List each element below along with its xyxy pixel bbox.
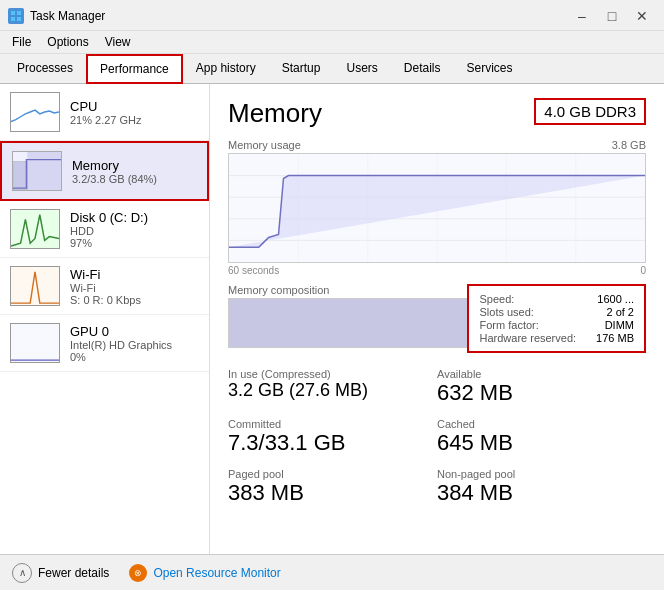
svg-rect-0 (11, 11, 15, 15)
sidebar-item-gpu[interactable]: GPU 0 Intel(R) HD Graphics 0% (0, 315, 209, 372)
sidebar-item-disk[interactable]: Disk 0 (C: D:) HDD 97% (0, 201, 209, 258)
close-button[interactable]: ✕ (628, 6, 656, 26)
speed-value: 1600 ... (597, 293, 634, 305)
panel-header: Memory 4.0 GB DDR3 (228, 98, 646, 129)
stats-grid: In use (Compressed) 3.2 GB (27.6 MB) Ava… (228, 362, 646, 512)
menu-bar: File Options View (0, 31, 664, 54)
tab-bar: Processes Performance App history Startu… (0, 54, 664, 84)
menu-view[interactable]: View (97, 33, 139, 51)
slots-value: 2 of 2 (606, 306, 634, 318)
cpu-detail: 21% 2.27 GHz (70, 114, 142, 126)
disk-usage: 97% (70, 237, 148, 249)
stat-in-use: In use (Compressed) 3.2 GB (27.6 MB) (228, 362, 437, 412)
maximize-button[interactable]: □ (598, 6, 626, 26)
svg-rect-6 (11, 210, 59, 248)
available-label: Available (437, 368, 646, 380)
chevron-up-icon: ∧ (12, 563, 32, 583)
committed-label: Committed (228, 418, 437, 430)
tab-startup[interactable]: Startup (269, 54, 334, 84)
panel-title: Memory (228, 98, 322, 129)
sidebar-item-memory[interactable]: Memory 3.2/3.8 GB (84%) (0, 141, 209, 201)
cpu-thumbnail (10, 92, 60, 132)
chart-label-row: Memory usage 3.8 GB (228, 139, 646, 153)
time-left-label: 60 seconds (228, 265, 279, 276)
minimize-button[interactable]: – (568, 6, 596, 26)
sidebar-item-cpu[interactable]: CPU 21% 2.27 GHz (0, 84, 209, 141)
stat-paged: Paged pool 383 MB (228, 462, 437, 512)
hw-row: Hardware reserved: 176 MB (479, 332, 634, 344)
memory-thumbnail (12, 151, 62, 191)
form-value: DIMM (605, 319, 634, 331)
open-resource-monitor-button[interactable]: ⊗ Open Resource Monitor (129, 564, 280, 582)
fewer-details-button[interactable]: ∧ Fewer details (12, 563, 109, 583)
slots-row: Slots used: 2 of 2 (479, 306, 634, 318)
disk-name: Disk 0 (C: D:) (70, 210, 148, 225)
memory-info-box: Speed: 1600 ... Slots used: 2 of 2 Form … (467, 284, 646, 353)
gpu-thumbnail (10, 323, 60, 363)
app-icon (8, 8, 24, 24)
hw-label: Hardware reserved: (479, 332, 576, 344)
speed-row: Speed: 1600 ... (479, 293, 634, 305)
menu-options[interactable]: Options (39, 33, 96, 51)
tab-users[interactable]: Users (333, 54, 390, 84)
time-right-label: 0 (640, 265, 646, 276)
gpu-usage: 0% (70, 351, 172, 363)
speed-label: Speed: (479, 293, 514, 305)
wifi-thumbnail (10, 266, 60, 306)
in-use-value: 3.2 GB (27.6 MB) (228, 380, 437, 401)
memory-type-badge: 4.0 GB DDR3 (534, 98, 646, 125)
resource-monitor-icon: ⊗ (129, 564, 147, 582)
stat-cached: Cached 645 MB (437, 412, 646, 462)
sidebar-item-wifi[interactable]: Wi-Fi Wi-Fi S: 0 R: 0 Kbps (0, 258, 209, 315)
svg-rect-1 (17, 11, 21, 15)
stat-nonpaged: Non-paged pool 384 MB (437, 462, 646, 512)
tab-processes[interactable]: Processes (4, 54, 86, 84)
cpu-name: CPU (70, 99, 142, 114)
hw-value: 176 MB (596, 332, 634, 344)
time-labels: 60 seconds 0 (228, 265, 646, 276)
sidebar: CPU 21% 2.27 GHz Memory 3.2/3.8 GB (84%) (0, 84, 210, 586)
form-label: Form factor: (479, 319, 538, 331)
title-bar-left: Task Manager (8, 8, 105, 24)
form-row: Form factor: DIMM (479, 319, 634, 331)
nonpaged-label: Non-paged pool (437, 468, 646, 480)
menu-file[interactable]: File (4, 33, 39, 51)
paged-label: Paged pool (228, 468, 437, 480)
wifi-type: Wi-Fi (70, 282, 141, 294)
wifi-speed: S: 0 R: 0 Kbps (70, 294, 141, 306)
gpu-name: GPU 0 (70, 324, 172, 339)
fewer-details-label: Fewer details (38, 566, 109, 580)
in-use-label: In use (Compressed) (228, 368, 437, 380)
svg-rect-5 (27, 152, 61, 190)
chart-max-label: 3.8 GB (612, 139, 646, 151)
tab-services[interactable]: Services (454, 54, 526, 84)
memory-detail: 3.2/3.8 GB (84%) (72, 173, 157, 185)
nonpaged-value: 384 MB (437, 480, 646, 506)
tab-performance[interactable]: Performance (86, 54, 183, 84)
tab-apphistory[interactable]: App history (183, 54, 269, 84)
svg-rect-3 (17, 17, 21, 21)
memory-name: Memory (72, 158, 157, 173)
main-content: CPU 21% 2.27 GHz Memory 3.2/3.8 GB (84%) (0, 84, 664, 586)
slots-label: Slots used: (479, 306, 533, 318)
cached-value: 645 MB (437, 430, 646, 456)
window-controls: – □ ✕ (568, 6, 656, 26)
svg-rect-4 (13, 162, 27, 191)
disk-thumbnail (10, 209, 60, 249)
stat-committed: Committed 7.3/33.1 GB (228, 412, 437, 462)
title-bar: Task Manager – □ ✕ (0, 0, 664, 31)
available-value: 632 MB (437, 380, 646, 406)
stat-available: Available 632 MB (437, 362, 646, 412)
cached-label: Cached (437, 418, 646, 430)
disk-type: HDD (70, 225, 148, 237)
gpu-model: Intel(R) HD Graphics (70, 339, 172, 351)
memory-usage-chart (228, 153, 646, 263)
svg-rect-2 (11, 17, 15, 21)
open-monitor-label: Open Resource Monitor (153, 566, 280, 580)
chart-label: Memory usage (228, 139, 301, 151)
committed-value: 7.3/33.1 GB (228, 430, 437, 456)
paged-value: 383 MB (228, 480, 437, 506)
right-panel: Memory 4.0 GB DDR3 Memory usage 3.8 GB (210, 84, 664, 586)
bottom-bar: ∧ Fewer details ⊗ Open Resource Monitor (0, 554, 664, 590)
tab-details[interactable]: Details (391, 54, 454, 84)
